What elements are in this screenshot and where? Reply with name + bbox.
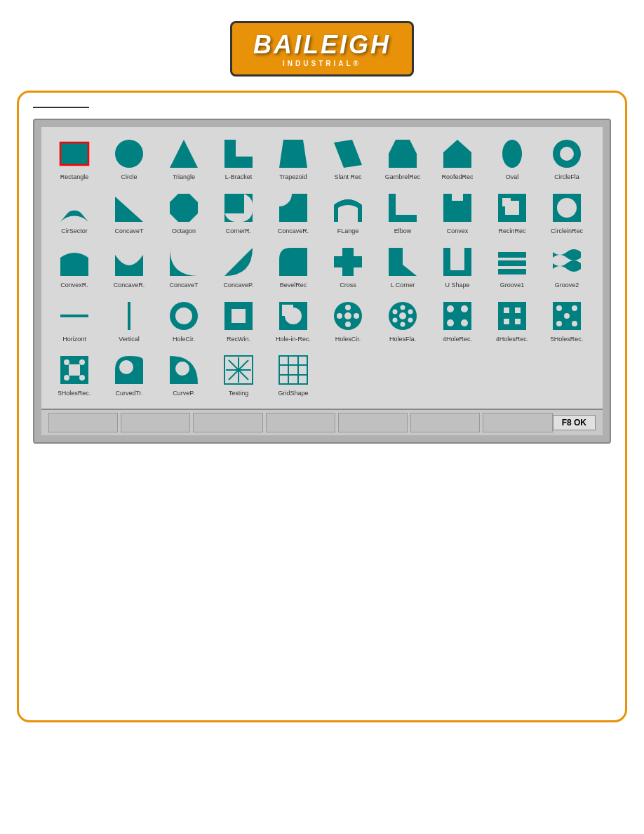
svg-rect-60 [504,307,509,313]
svg-point-68 [556,321,562,326]
svg-point-71 [64,359,69,365]
shape-item-concave-t2[interactable]: ConcaveT [156,241,211,291]
shape-item-concave-r[interactable]: ConcaveR. [266,187,321,237]
shape-item-elbow[interactable]: Elbow [375,187,430,237]
shape-item-roofed-rec[interactable]: RoofedRec [430,133,485,183]
shape-item-hole-cir[interactable]: HoleCir. [156,295,211,345]
svg-point-53 [399,312,406,319]
empty-btn-7[interactable] [483,413,552,432]
shape-item-bevel-rec[interactable]: BevelRec [266,241,321,291]
svg-point-65 [556,305,562,311]
svg-point-34 [175,307,192,324]
shape-item-curved-tr[interactable]: CurvedTr. [102,349,156,399]
shape-icon-concave-t1 [111,190,147,226]
shape-item-rec-win[interactable]: RecWin. [211,295,266,345]
empty-btn-4[interactable] [266,413,335,432]
shape-row-3: ConvexR. ConcaveR. [47,241,597,291]
shape-item-cross[interactable]: Cross [321,241,375,291]
shape-icon-convex-r [56,244,93,280]
shape-label-circle-in-rec: CircleinRec [551,227,583,234]
shape-item-l-bracket[interactable]: L-Bracket [211,133,266,183]
shape-item-concave-r2[interactable]: ConcaveR. [102,241,156,291]
shape-item-gambrel-rec[interactable]: GambrelRec [375,133,430,183]
shape-item-rectangle[interactable]: Rectangle [47,133,102,183]
shape-item-octagon[interactable]: Octagon [156,187,211,237]
empty-btn-3[interactable] [193,413,262,432]
shape-label-concave-r: ConcaveR. [278,227,309,234]
shape-icon-hole-cir [166,298,202,334]
shape-label-concave-r2: ConcaveR. [114,282,145,289]
shape-label-rec-win: RecWin. [227,336,250,343]
shape-item-corner-r[interactable]: CornerR. [211,187,266,237]
shape-label-bevel-rec: BevelRec [280,282,307,289]
shape-icon-grid-shape [275,352,311,388]
shape-item-circle-in-rec[interactable]: CircleinRec [539,187,594,237]
shape-icon-rec-win [220,298,257,334]
shape-item-holes-fla[interactable]: HolesFla. [375,295,430,345]
shape-item-concave-t1[interactable]: ConcaveT [102,187,156,237]
shape-item-groove1[interactable]: Groove1 [485,241,539,291]
shape-label-octagon: Octagon [172,227,196,234]
shape-row-1: Rectangle Circle Triangle [47,133,597,183]
shape-item-oval[interactable]: Oval [485,133,539,183]
svg-marker-7 [389,140,417,168]
shape-label-cross: Cross [340,282,356,289]
f8-ok-button[interactable]: F8 OK [553,415,596,430]
svg-marker-12 [115,197,143,222]
shape-item-testing[interactable]: Testing [211,349,266,399]
shape-item-4hole-rec[interactable]: 4HoleRec. [430,295,485,345]
empty-btn-2[interactable] [121,413,190,432]
shape-icon-circle-in-rec [549,190,585,226]
shape-icon-circle [111,135,147,172]
shape-item-convex-r[interactable]: ConvexR. [47,241,102,291]
shape-icon-hole-in-rec [275,298,311,334]
shape-icon-octagon [166,190,202,226]
svg-point-52 [393,310,398,315]
shape-item-groove2[interactable]: Groove2 [539,241,594,291]
shape-item-4holes-rec[interactable]: 4HolesRec. [485,295,539,345]
svg-point-44 [337,313,342,319]
shape-item-curve-p[interactable]: CurveP. [156,349,211,399]
shape-label-corner-r: CornerR. [226,227,252,234]
svg-marker-4 [224,140,253,168]
svg-point-69 [572,321,577,326]
shape-item-u-shape[interactable]: U Shape [430,241,485,291]
empty-btn-5[interactable] [338,413,408,432]
shape-item-circle[interactable]: Circle [102,133,156,183]
shape-item-slant-rec[interactable]: Slant Rec [321,133,375,183]
shape-label-gambrel-rec: GambrelRec [385,173,421,180]
shape-icon-concave-p [220,244,257,280]
svg-rect-54 [443,302,471,330]
shape-label-5holes-rec2: 5HolesRec. [58,390,91,397]
shape-item-triangle[interactable]: Triangle [156,133,211,183]
shape-row-5: 5HolesRec. CurvedTr. [47,349,597,399]
shape-item-concave-p[interactable]: ConcaveP. [211,241,266,291]
shape-item-hole-in-rec[interactable]: Hole-in-Rec. [266,295,321,345]
shape-item-cir-sector[interactable]: CirSector [47,187,102,237]
logo-sub: INDUSTRIAL® [253,60,391,67]
shape-item-5holes-rec[interactable]: 5HolesRec. [539,295,594,345]
shape-item-vertical[interactable]: Vertical [102,295,156,345]
shape-item-trapezoid[interactable]: Trapezoid [266,133,321,183]
svg-point-51 [393,318,398,323]
shape-icon-cir-sector [56,190,93,226]
svg-point-58 [461,319,468,326]
shape-icon-vertical [111,298,147,334]
shape-item-flange[interactable]: FLange [321,187,375,237]
shape-label-4holes-rec: 4HolesRec. [496,336,529,343]
shape-item-l-corner[interactable]: L Corner [375,241,430,291]
shape-item-horizont[interactable]: Horizont [47,295,102,345]
shape-item-recin-rec[interactable]: RecinRec [485,187,539,237]
logo-badge: BAILEIGH INDUSTRIAL® [230,21,414,77]
shape-item-5holes-rec2[interactable]: 5HolesRec. [47,349,102,399]
svg-point-50 [401,322,405,327]
empty-btn-1[interactable] [48,413,118,432]
shape-item-grid-shape[interactable]: GridShape [266,349,321,399]
empty-btn-6[interactable] [410,413,480,432]
shape-item-convex[interactable]: Convex [430,187,485,237]
svg-rect-32 [128,302,130,330]
shape-icon-horizont [56,298,93,334]
shape-label-hole-cir: HoleCir. [173,336,195,343]
shape-item-circle-fla[interactable]: CircleFla [539,133,594,183]
shape-item-holes-cir[interactable]: HolesCir. [321,295,375,345]
